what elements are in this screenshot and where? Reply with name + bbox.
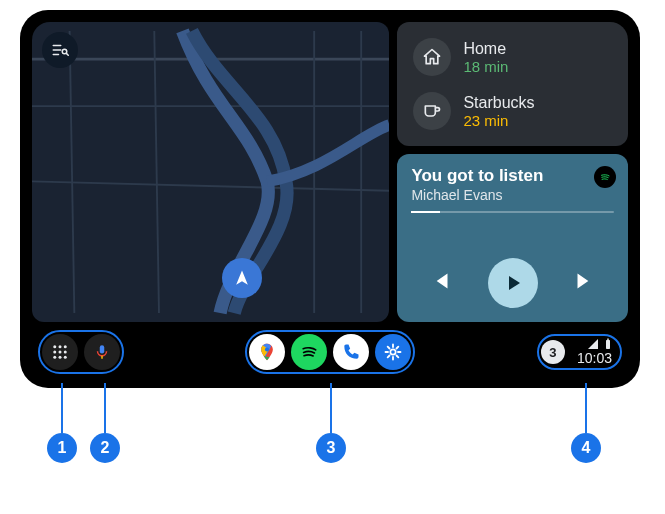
spotify-icon (299, 342, 319, 362)
destination-eta: 18 min (463, 58, 508, 75)
map-roads (32, 22, 389, 322)
voice-assistant-button[interactable] (84, 334, 120, 370)
media-controls (411, 258, 614, 310)
next-track-button[interactable] (571, 268, 597, 298)
map-panel[interactable] (32, 22, 389, 322)
skip-next-icon (571, 268, 597, 294)
media-progress-fill (411, 211, 439, 213)
current-location-marker (222, 258, 262, 298)
navigation-arrow-icon (232, 268, 252, 288)
svg-rect-11 (100, 345, 105, 353)
destinations-card: Home 18 min Starbucks 23 min (397, 22, 628, 146)
phone-icon (341, 342, 361, 362)
svg-point-10 (64, 356, 67, 359)
callout-badge-4: 4 (571, 433, 601, 463)
device-frame: Home 18 min Starbucks 23 min (20, 10, 640, 388)
content-area: Home 18 min Starbucks 23 min (32, 22, 628, 322)
media-progress[interactable] (411, 211, 614, 213)
svg-point-9 (59, 356, 62, 359)
nav-right-group: 3 10:03 (537, 334, 622, 370)
destination-row-home[interactable]: Home 18 min (403, 30, 622, 84)
svg-rect-15 (607, 339, 609, 341)
notification-count-badge[interactable]: 3 (541, 340, 565, 364)
google-maps-icon (257, 342, 277, 362)
svg-point-7 (64, 351, 67, 354)
nav-center-group (245, 330, 415, 374)
gear-icon (383, 342, 403, 362)
destination-row-starbucks[interactable]: Starbucks 23 min (403, 84, 622, 138)
app-grid-button[interactable] (42, 334, 78, 370)
svg-point-3 (59, 345, 62, 348)
destination-name: Starbucks (463, 94, 534, 112)
track-artist: Michael Evans (411, 187, 614, 203)
screen: Home 18 min Starbucks 23 min (32, 22, 628, 376)
svg-point-6 (59, 351, 62, 354)
notification-count: 3 (549, 345, 556, 360)
svg-point-4 (64, 345, 67, 348)
callout-badge-3: 3 (316, 433, 346, 463)
callout-line (330, 383, 332, 433)
svg-point-12 (265, 347, 269, 351)
side-panel: Home 18 min Starbucks 23 min (397, 22, 628, 322)
media-card[interactable]: You got to listen Michael Evans (397, 154, 628, 322)
map-search-button[interactable] (42, 32, 78, 68)
callout-badge-2: 2 (90, 433, 120, 463)
battery-icon (604, 338, 612, 350)
callout-line (61, 383, 63, 433)
maps-app-button[interactable] (249, 334, 285, 370)
destination-name: Home (463, 40, 508, 58)
destination-text: Home 18 min (463, 40, 508, 75)
spotify-app-button[interactable] (291, 334, 327, 370)
clock: 10:03 (577, 350, 612, 366)
skip-previous-icon (428, 268, 454, 294)
track-title: You got to listen (411, 166, 614, 186)
callout-line (104, 383, 106, 433)
nav-left-group (38, 330, 124, 374)
callout-line (585, 383, 587, 433)
home-icon (413, 38, 451, 76)
callout-badge-1: 1 (47, 433, 77, 463)
status-area: 10:03 (577, 338, 612, 366)
search-list-icon (51, 41, 69, 59)
nav-bar: 3 10:03 (32, 328, 628, 376)
play-icon (501, 271, 525, 295)
apps-grid-icon (51, 343, 69, 361)
svg-point-8 (53, 356, 56, 359)
svg-point-2 (53, 345, 56, 348)
cafe-icon (413, 92, 451, 130)
play-button[interactable] (488, 258, 538, 308)
settings-app-button[interactable] (375, 334, 411, 370)
svg-rect-14 (606, 340, 610, 349)
previous-track-button[interactable] (428, 268, 454, 298)
spotify-badge-icon (594, 166, 616, 188)
microphone-icon (93, 343, 111, 361)
cellular-signal-icon (586, 338, 600, 350)
svg-point-5 (53, 351, 56, 354)
phone-app-button[interactable] (333, 334, 369, 370)
destination-eta: 23 min (463, 112, 534, 129)
destination-text: Starbucks 23 min (463, 94, 534, 129)
